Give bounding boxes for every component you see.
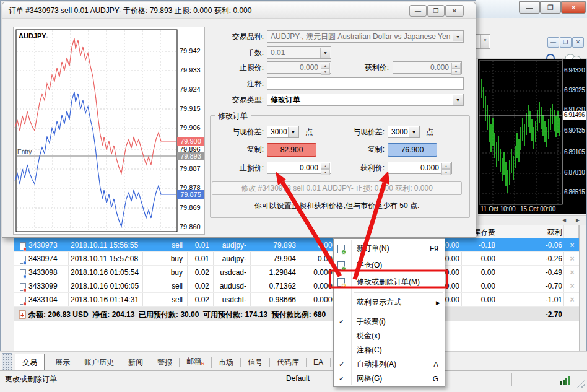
tab-mailbox[interactable]: 邮箱6 — [180, 357, 212, 368]
tab-mailbox-label: 邮箱 — [186, 357, 201, 365]
order-row[interactable]: 3433099 2018.10.16 01:06:05 sell 0.02 au… — [14, 279, 579, 293]
menu-item-profit-display[interactable]: 获利显示方式 ▶ — [334, 294, 445, 311]
modify-hint-text: 你可以设置止损和获利价格,但与市价至少有 50 点. — [212, 201, 462, 211]
chart-restore-button[interactable]: ❐ — [560, 37, 572, 48]
order-buy-icon — [17, 266, 26, 279]
spin-up-icon: ▲ — [451, 63, 461, 69]
dialog-close-button[interactable]: ✕ — [445, 5, 464, 17]
order-time: 2018.10.16 01:06:05 — [71, 279, 142, 293]
spin-down-icon[interactable]: ▼ — [441, 169, 451, 175]
tab-news[interactable]: 新闻 — [121, 358, 150, 367]
stoploss-value: 0.000 — [300, 63, 318, 72]
price-scale-label: 6.90435 — [564, 127, 586, 134]
main-titlebar: — ❐ ✕ — [476, 0, 587, 18]
market-chart[interactable]: 6.94320 6.93025 6.91730 6.90435 6.89105 … — [478, 59, 586, 214]
menu-item-auto-arrange[interactable]: ✓ 自动排列(A) A — [334, 357, 445, 372]
trade-type-select[interactable]: 修改订单 ▼ — [267, 94, 464, 106]
order-profit: -0.26 — [513, 252, 562, 266]
tab-ea[interactable]: EA — [307, 358, 331, 367]
tab-account-history[interactable]: 账户历史 — [77, 358, 121, 367]
modify-takeprofit-input[interactable]: 0.000 ▲▼ — [388, 162, 452, 174]
column-header-profit[interactable]: 获利 — [513, 225, 562, 239]
price-scale-label: 6.94320 — [564, 67, 586, 74]
menu-item-label: 平仓(O) — [357, 260, 382, 271]
diff-label-sell: 与现价差: — [208, 126, 264, 138]
diff-select-sell[interactable]: 3000 ▼ — [267, 126, 299, 138]
order-type: sell — [146, 238, 183, 252]
chart-close-button[interactable]: ✕ — [572, 37, 584, 48]
modify-order-icon: ✱ — [337, 278, 345, 287]
total-profit: -2.70 — [513, 307, 562, 321]
volume-select-value: 0.01 — [271, 48, 285, 57]
copy-buy-price-button[interactable]: 76.900 — [388, 143, 437, 157]
menu-shortcut: G — [424, 375, 438, 383]
status-profile[interactable]: Default — [286, 374, 310, 383]
main-close-button[interactable]: ✕ — [561, 1, 586, 14]
tab-exposure[interactable]: 展示 — [48, 358, 77, 367]
menu-item-taxes[interactable]: 税金(x) — [334, 329, 445, 343]
comment-input[interactable] — [267, 77, 464, 90]
dialog-minimize-button[interactable]: — — [409, 5, 427, 17]
order-price: 0.98666 — [253, 293, 296, 307]
main-minimize-button[interactable]: — — [519, 1, 540, 14]
order-row[interactable]: 3433104 2018.10.16 01:14:31 sell 0.02 us… — [14, 293, 579, 307]
checkmark-icon: ✓ — [339, 360, 344, 368]
checkmark-icon: ✓ — [339, 318, 344, 326]
trade-type-value: 修改订单 — [271, 95, 300, 104]
close-order-icon[interactable]: × — [567, 238, 578, 252]
menu-item-close-order[interactable]: ✓ 平仓(O) — [334, 257, 445, 274]
order-profit: -0.49 — [513, 266, 562, 279]
menu-item-label: 获利显示方式 — [357, 297, 401, 308]
panel-border — [579, 225, 580, 351]
dialog-maximize-button[interactable]: ❐ — [427, 5, 445, 17]
scroll-right-arrow[interactable]: ▶ — [573, 216, 583, 224]
chart-symbol-label: AUDJPY- — [19, 32, 48, 40]
menu-item-modify-order[interactable]: ✱ 修改或删除订单(M) — [334, 274, 445, 290]
menu-item-commissions[interactable]: ✓ 手续费(i) — [334, 315, 445, 329]
chart-hscrollbar[interactable]: ◀ ▶ — [478, 215, 586, 225]
copy-sell-price-button[interactable]: 82.900 — [267, 143, 316, 157]
close-order-icon[interactable]: × — [567, 279, 578, 293]
menu-item-grid[interactable]: ✓ 网格(G) G — [334, 372, 445, 386]
spin-up-icon[interactable]: ▲ — [441, 163, 451, 169]
modify-stoploss-input[interactable]: 0.000 ▲▼ — [267, 162, 331, 174]
order-buy-icon — [17, 252, 26, 266]
close-order-icon[interactable]: × — [567, 293, 578, 307]
chevron-down-icon: ▼ — [288, 127, 298, 137]
menu-item-comments[interactable]: 注释(C) — [334, 343, 445, 357]
spin-down-icon: ▼ — [321, 69, 330, 75]
price-scale-label: 6.89105 — [564, 149, 586, 155]
menu-item-new-order[interactable]: + 新订单(N) F9 — [334, 240, 445, 257]
modify-order-button[interactable]: 修改 #3430973 sell 0.01 AUDJPY- 止损: 0.000 … — [212, 181, 462, 195]
close-order-icon[interactable]: × — [567, 252, 578, 266]
tab-trade[interactable]: 交易 — [15, 354, 45, 372]
resize-grip[interactable] — [577, 380, 585, 388]
spin-down-icon: ▼ — [451, 69, 461, 75]
tab-market[interactable]: 市场 — [212, 358, 241, 367]
order-row[interactable]: 3430974 2018.10.11 15:57:08 buy 0.01 aud… — [14, 252, 579, 266]
tab-signals[interactable]: 信号 — [241, 358, 270, 367]
order-row[interactable]: 3430973 2018.10.11 15:56:55 sell 0.01 au… — [14, 238, 579, 252]
toolbar-strip: — ❐ ✕ — [476, 18, 587, 59]
close-order-icon[interactable]: × — [567, 266, 578, 279]
scroll-left-arrow[interactable]: ◀ — [559, 216, 569, 224]
dialog-titlebar[interactable]: 订单 #3430973 sell 0.01 AUDJPY- 于价格: 79.89… — [2, 2, 476, 19]
modify-stoploss-label: 止损价: — [208, 162, 264, 174]
diff-select-buy[interactable]: 3000 ▼ — [388, 126, 420, 138]
takeprofit-label: 获利价: — [333, 61, 389, 74]
price-scale-label: 6.93025 — [564, 87, 586, 94]
entry-line-label: Entry — [17, 149, 32, 155]
order-swap: 0.00 — [452, 252, 495, 266]
order-row[interactable]: 3433098 2018.10.16 01:05:54 buy 0.02 usd… — [14, 266, 579, 279]
order-id: 3433104 — [28, 293, 66, 307]
order-swap: 0.00 — [452, 293, 495, 307]
modify-stoploss-value: 0.000 — [300, 163, 318, 172]
chart-minimize-button[interactable]: — — [547, 37, 559, 48]
panel-grip[interactable] — [2, 353, 12, 370]
order-id: 3433099 — [28, 279, 66, 293]
price-scale-label: 79.860 — [180, 223, 206, 230]
symbol-select-value: AUDJPY-, 澳元日圆 Australian Dollar vs Japan… — [271, 32, 450, 41]
tab-alerts[interactable]: 警报 — [150, 358, 180, 367]
tab-codebase[interactable]: 代码库 — [270, 358, 307, 367]
main-maximize-button[interactable]: ❐ — [540, 1, 561, 14]
